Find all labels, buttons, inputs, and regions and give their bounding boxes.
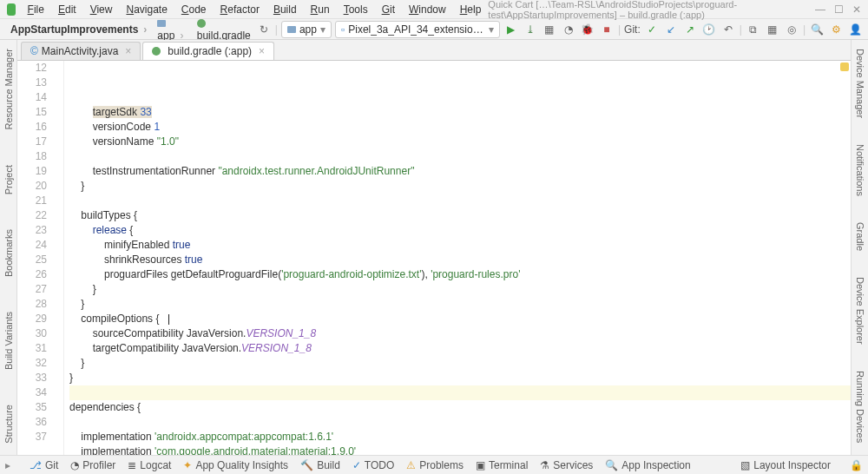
coverage-button[interactable]: ▦: [542, 22, 557, 37]
grid-icon[interactable]: ▦: [765, 22, 780, 37]
right-tool-strip: Device Manager Notifications Gradle Devi…: [851, 40, 868, 455]
profile-button[interactable]: ◔: [561, 22, 576, 37]
git-update-icon[interactable]: ✓: [644, 22, 660, 37]
menu-window[interactable]: Window: [402, 2, 453, 17]
tab-main-activity[interactable]: ©MainActivity.java×: [21, 42, 141, 60]
tool-windows-icon[interactable]: ▸: [5, 459, 17, 471]
sb-layout-inspector[interactable]: ▧Layout Inspector: [740, 459, 831, 471]
tool-gradle[interactable]: Gradle: [855, 222, 865, 251]
tool-project[interactable]: Project: [3, 165, 14, 194]
crumb-project[interactable]: AppStartupImprovements: [5, 22, 152, 37]
menu-build[interactable]: Build: [266, 2, 304, 17]
tool-device-explorer[interactable]: Device Explorer: [855, 277, 865, 345]
layers-icon[interactable]: ⧉: [746, 22, 761, 37]
sb-inspect[interactable]: 🔍App Inspection: [605, 459, 690, 471]
device-selector[interactable]: ▫Pixel_3a_API_34_extension_level_7_x86…▾: [335, 21, 500, 38]
debug-button[interactable]: ⤓: [523, 22, 538, 37]
sb-services[interactable]: ⚗Services: [540, 459, 593, 471]
sb-terminal[interactable]: ▣Terminal: [476, 459, 528, 471]
sb-quality[interactable]: ✦App Quality Insights: [183, 459, 288, 471]
window-title: Quick Cart […\Team-RSL\AndroidStudioProj…: [488, 0, 806, 20]
editor-tabs: ©MainActivity.java× build.gradle (:app)×: [17, 40, 851, 61]
sb-profiler[interactable]: ◔Profiler: [70, 459, 115, 471]
menu-git[interactable]: Git: [375, 2, 402, 17]
nav-toolbar: AppStartupImprovements app build.gradle …: [0, 19, 868, 40]
git-label: Git:: [624, 23, 641, 36]
fold-gutter[interactable]: [54, 61, 64, 455]
crumb-module[interactable]: app: [152, 16, 191, 43]
menu-bar: File Edit View Navigate Code Refactor Bu…: [0, 0, 868, 19]
close-icon[interactable]: ×: [125, 45, 131, 57]
menu-tools[interactable]: Tools: [337, 2, 375, 17]
folder-icon: [157, 20, 166, 27]
sb-todo[interactable]: ✓TODO: [352, 459, 394, 471]
menu-run[interactable]: Run: [304, 2, 337, 17]
sb-logcat[interactable]: ≣Logcat: [128, 459, 171, 471]
tab-build-gradle[interactable]: build.gradle (:app)×: [142, 42, 274, 60]
menu-view[interactable]: View: [83, 2, 120, 17]
git-push-icon[interactable]: ↗: [682, 22, 698, 37]
tool-notifications[interactable]: Notifications: [855, 144, 865, 196]
tool-device-manager[interactable]: Device Manager: [855, 49, 865, 118]
git-revert-icon[interactable]: ↶: [720, 22, 736, 37]
code-editor[interactable]: 1213141516171819202122232425262728293031…: [17, 61, 851, 455]
sb-build[interactable]: 🔨Build: [300, 459, 340, 471]
status-bar: ▸ ⎇Git ◔Profiler ≣Logcat ✦App Quality In…: [0, 455, 868, 474]
module-selector[interactable]: app▾: [281, 21, 332, 38]
minimize-icon[interactable]: —: [815, 3, 825, 16]
stop-button[interactable]: ■: [599, 22, 615, 37]
menu-file[interactable]: File: [21, 2, 51, 17]
attach-button[interactable]: 🐞: [580, 22, 595, 37]
run-button[interactable]: ▶: [503, 22, 519, 37]
code-area[interactable]: targetSdk 33 versionCode 1 versionName "…: [64, 61, 851, 455]
tool-build-variants[interactable]: Build Variants: [3, 312, 14, 370]
menu-edit[interactable]: Edit: [51, 2, 83, 17]
tool-running-devices[interactable]: Running Devices: [855, 371, 865, 443]
avatar-icon[interactable]: 👤: [847, 22, 863, 37]
crumb-file[interactable]: build.gradle: [192, 16, 256, 43]
close-icon[interactable]: ✕: [852, 3, 861, 16]
line-gutter: 1213141516171819202122232425262728293031…: [17, 61, 54, 455]
tool-resource-manager[interactable]: Resource Manager: [3, 49, 14, 130]
lock-icon[interactable]: 🔒: [850, 459, 863, 471]
tool-structure[interactable]: Structure: [3, 405, 14, 444]
menu-help[interactable]: Help: [453, 2, 489, 17]
settings-icon[interactable]: ⚙: [828, 22, 844, 37]
sync-icon[interactable]: ↻: [256, 22, 272, 37]
warning-indicator[interactable]: [840, 63, 849, 71]
target-icon[interactable]: ◎: [784, 22, 799, 37]
git-history-icon[interactable]: 🕑: [701, 22, 717, 37]
app-icon: [7, 3, 16, 16]
close-icon[interactable]: ×: [259, 45, 265, 57]
gradle-icon: [197, 19, 206, 28]
left-tool-strip: Resource Manager Project Bookmarks Build…: [0, 40, 17, 455]
search-icon[interactable]: 🔍: [809, 22, 825, 37]
tool-bookmarks[interactable]: Bookmarks: [3, 229, 14, 277]
sb-problems[interactable]: ⚠Problems: [406, 459, 464, 471]
sb-git[interactable]: ⎇Git: [30, 459, 58, 471]
maximize-icon[interactable]: ☐: [834, 3, 844, 16]
git-pull-icon[interactable]: ↙: [663, 22, 679, 37]
